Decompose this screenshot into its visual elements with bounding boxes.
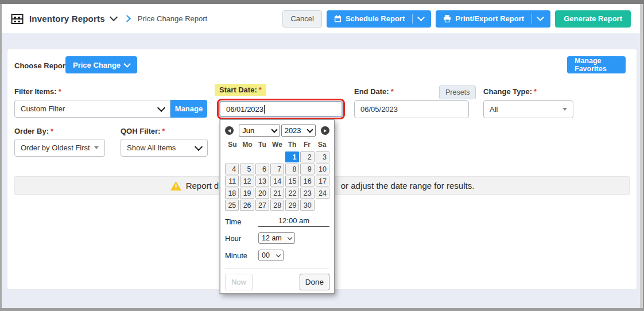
calendar-day-3[interactable]: 3	[316, 151, 329, 162]
next-month-button[interactable]	[321, 126, 329, 135]
calendar-day-27[interactable]: 27	[255, 200, 269, 211]
page-title: Inventory Reports	[29, 14, 105, 24]
manage-favorites-label: Manage Favorites	[575, 57, 618, 73]
calendar-day-24[interactable]: 24	[316, 188, 329, 199]
month-select[interactable]: Jun	[239, 125, 280, 137]
minute-value: 00	[262, 251, 270, 259]
calendar-day-9[interactable]: 9	[300, 164, 314, 174]
weekday-label: Tu	[255, 141, 270, 149]
required-asterisk: *	[51, 127, 53, 135]
change-type-select[interactable]: All	[483, 100, 573, 118]
required-asterisk: *	[259, 85, 262, 94]
year-select[interactable]: 2023	[281, 125, 316, 137]
chevron-down-icon	[195, 142, 203, 150]
calendar-day-26[interactable]: 26	[240, 200, 254, 211]
calendar-day-18[interactable]: 18	[225, 188, 239, 199]
calendar-day-6[interactable]: 6	[255, 164, 269, 174]
calendar-day-7[interactable]: 7	[270, 164, 284, 174]
arrow-left-icon	[228, 129, 231, 133]
calendar-icon	[334, 15, 342, 22]
report-type-dropdown-button[interactable]: Price Change	[65, 56, 137, 73]
calendar-empty-cell	[255, 151, 269, 162]
weekday-label: Mo	[240, 141, 255, 149]
chevron-down-icon	[157, 103, 165, 111]
calendar-day-8[interactable]: 8	[285, 164, 299, 174]
required-asterisk: *	[59, 87, 61, 96]
calendar-day-16[interactable]: 16	[300, 176, 314, 186]
weekday-label: Fr	[300, 141, 315, 149]
done-button[interactable]: Done	[300, 274, 329, 290]
end-date-value: 06/05/2023	[360, 105, 398, 114]
calendar-day-19[interactable]: 19	[240, 188, 254, 199]
dropdown-arrow-icon	[562, 108, 567, 111]
order-by-select[interactable]: Order by Oldest First	[14, 139, 105, 157]
calendar-day-12[interactable]: 12	[240, 176, 254, 186]
datepicker-divider	[225, 269, 329, 269]
calendar-day-2[interactable]: 2	[300, 151, 314, 162]
calendar-day-28[interactable]: 28	[270, 200, 284, 211]
manage-filter-button[interactable]: Manage	[170, 100, 207, 118]
weekday-label: We	[270, 141, 285, 149]
chevron-down-icon[interactable]	[110, 13, 118, 21]
schedule-report-button[interactable]: Schedule Report	[327, 10, 431, 28]
weekday-label: Su	[225, 141, 240, 149]
window-frame-right	[640, 4, 644, 311]
calendar-day-1[interactable]: 1	[285, 151, 299, 162]
calendar-day-30[interactable]: 30	[300, 200, 314, 211]
start-date-input[interactable]: 06/01/2023	[219, 101, 343, 117]
time-input[interactable]: 12:00 am	[258, 216, 329, 227]
calendar-day-15[interactable]: 15	[285, 176, 299, 186]
weekday-label: Sa	[315, 141, 329, 149]
generate-report-button[interactable]: Generate Report	[555, 10, 631, 28]
calendar-empty-cell	[225, 151, 239, 162]
calendar-day-11[interactable]: 11	[225, 176, 239, 186]
start-date-label: Start Date:*	[215, 85, 266, 94]
previous-month-button[interactable]	[225, 126, 234, 135]
calendar-day-23[interactable]: 23	[300, 188, 314, 199]
calendar-day-14[interactable]: 14	[270, 176, 284, 186]
inventory-icon	[11, 13, 24, 25]
print-export-report-button[interactable]: Print/Export Report	[436, 10, 550, 28]
filter-items-select[interactable]: Custom Filter	[14, 100, 170, 118]
required-asterisk: *	[162, 127, 165, 135]
arrow-right-icon	[324, 129, 327, 133]
qoh-filter-select[interactable]: Show All Items	[121, 139, 208, 157]
text-cursor	[264, 105, 265, 114]
hour-select[interactable]: 12 am	[258, 232, 295, 244]
calendar-day-13[interactable]: 13	[255, 176, 269, 186]
calendar-day-5[interactable]: 5	[240, 164, 254, 174]
chevron-down-icon[interactable]	[417, 14, 425, 21]
calendar-day-17[interactable]: 17	[316, 176, 329, 186]
window-frame-top	[0, 0, 644, 4]
hour-value: 12 am	[262, 234, 282, 242]
calendar-empty-cell	[240, 151, 254, 162]
done-button-label: Done	[305, 278, 324, 286]
calendar-day-22[interactable]: 22	[285, 188, 299, 199]
minute-label: Minute	[225, 251, 258, 260]
datepicker-popup: Jun 2023 SuMoTuWeThFrSa 1234567891011121…	[220, 119, 335, 294]
cancel-button[interactable]: Cancel	[282, 10, 321, 28]
qoh-filter-value: Show All Items	[127, 143, 176, 152]
window-frame-bottom	[0, 308, 644, 311]
presets-button[interactable]: Presets	[439, 85, 476, 99]
end-date-input[interactable]: 06/05/2023	[354, 100, 469, 118]
weekday-header-row: SuMoTuWeThFrSa	[225, 141, 329, 149]
chevron-down-icon	[276, 252, 281, 257]
calendar-day-4[interactable]: 4	[225, 164, 239, 174]
calendar-day-10[interactable]: 10	[316, 164, 329, 174]
calendar-day-25[interactable]: 25	[225, 200, 239, 211]
now-button: Now	[225, 274, 253, 290]
required-asterisk: *	[534, 87, 537, 96]
chevron-down-icon[interactable]	[537, 14, 544, 21]
minute-select[interactable]: 00	[258, 250, 284, 261]
year-value: 2023	[285, 126, 301, 135]
end-date-label: End Date:*	[354, 87, 394, 96]
calendar-day-20[interactable]: 20	[255, 188, 269, 199]
manage-favorites-button[interactable]: Manage Favorites	[567, 56, 626, 73]
report-type-label: Price Change	[73, 61, 121, 69]
order-by-label: Order By:*	[14, 127, 53, 135]
time-label: Time	[225, 217, 258, 226]
warning-text-end: or adjust the date range for results.	[341, 181, 475, 191]
calendar-day-29[interactable]: 29	[285, 200, 299, 211]
calendar-day-21[interactable]: 21	[270, 188, 284, 199]
